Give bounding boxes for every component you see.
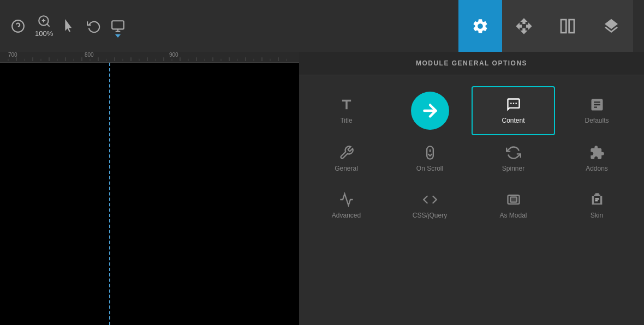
zoom-label: 100%: [35, 29, 53, 38]
canvas-area: 700 800 900: [0, 52, 299, 325]
canvas-content: [0, 63, 299, 325]
svg-rect-9: [561, 20, 566, 33]
layers-tab[interactable]: [589, 0, 633, 52]
module-item-css-jquery[interactable]: CSS/jQuery: [388, 182, 472, 229]
undo-icon[interactable]: [87, 19, 101, 33]
cursor-icon[interactable]: [63, 19, 77, 33]
module-item-defaults[interactable]: Defaults: [555, 86, 639, 135]
svg-rect-10: [569, 20, 574, 33]
settings-tab[interactable]: [458, 0, 502, 52]
main-content: 700 800 900: [0, 52, 644, 325]
module-label-title: Title: [340, 117, 352, 124]
arrow-right-icon: [420, 101, 440, 121]
wrench-icon: [339, 145, 354, 160]
toolbar: 100%: [0, 0, 644, 52]
svg-rect-53: [595, 193, 599, 196]
module-label-advanced: Advanced: [332, 212, 361, 219]
module-grid: Title Layout: [299, 75, 644, 240]
panel-title: MODULE GENERAL OPTIONS: [299, 52, 644, 75]
ruler-top: 700 800 900: [0, 52, 299, 63]
advanced-icon: [339, 192, 354, 207]
module-item-as-modal[interactable]: As Modal: [472, 182, 555, 229]
addons-icon: [589, 145, 605, 160]
image-tab[interactable]: [546, 0, 589, 52]
module-item-skin[interactable]: Skin: [555, 182, 639, 229]
module-label-skin: Skin: [591, 212, 603, 219]
guide-line: [109, 63, 110, 325]
panel-tabs: [458, 0, 633, 52]
skin-icon: [589, 192, 605, 207]
right-panel: MODULE GENERAL OPTIONS Title Layout: [299, 52, 644, 325]
navigation-arrow[interactable]: [411, 92, 449, 130]
module-item-content[interactable]: Content: [472, 86, 555, 135]
module-label-addons: Addons: [586, 165, 608, 172]
defaults-icon: [589, 97, 605, 112]
module-label-general: General: [335, 165, 358, 172]
module-item-general[interactable]: General: [305, 135, 388, 182]
move-tab[interactable]: [502, 0, 546, 52]
module-item-title[interactable]: Title: [305, 86, 388, 135]
module-label-defaults: Defaults: [585, 117, 609, 124]
module-label-as-modal: As Modal: [499, 212, 527, 219]
module-label-content: Content: [502, 117, 524, 124]
code-icon: [422, 192, 438, 207]
module-item-advanced[interactable]: Advanced: [305, 182, 388, 229]
module-item-layout[interactable]: Layout: [388, 86, 472, 135]
svg-rect-52: [510, 197, 517, 202]
toolbar-left: 100%: [11, 14, 449, 38]
module-label-on-scroll: On Scroll: [416, 165, 443, 172]
svg-line-3: [47, 24, 50, 27]
module-item-on-scroll[interactable]: On Scroll: [388, 135, 472, 182]
modal-icon: [506, 192, 521, 207]
onscroll-icon: [422, 145, 438, 160]
zoom-icon[interactable]: 100%: [35, 14, 53, 38]
help-icon[interactable]: [11, 19, 25, 33]
text-icon: [339, 97, 354, 112]
module-label-spinner: Spinner: [502, 165, 524, 172]
spinner-icon: [506, 145, 521, 160]
module-item-addons[interactable]: Addons: [555, 135, 639, 182]
module-item-spinner[interactable]: Spinner: [472, 135, 555, 182]
content-icon: [506, 97, 521, 112]
module-label-css-jquery: CSS/jQuery: [413, 212, 447, 219]
svg-rect-6: [112, 21, 124, 29]
preview-icon[interactable]: [111, 19, 125, 33]
